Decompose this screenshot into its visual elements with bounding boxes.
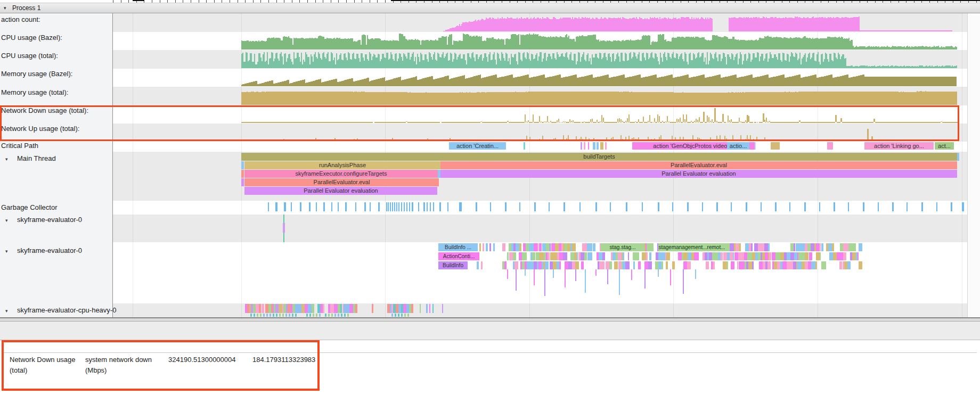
skyframe2-slice[interactable] bbox=[752, 261, 753, 269]
skyframe2-slice[interactable] bbox=[589, 243, 593, 251]
memory-bazel-chart[interactable] bbox=[241, 69, 958, 87]
skyframe2-slice[interactable] bbox=[821, 243, 823, 251]
skyframe2-slice[interactable] bbox=[502, 243, 505, 251]
skyframe2-slice[interactable] bbox=[534, 243, 537, 251]
skyframe2-slice[interactable] bbox=[859, 243, 862, 251]
cell-counter[interactable]: Network Down usage (total) bbox=[10, 355, 80, 376]
skyframe2-slice[interactable] bbox=[628, 252, 629, 260]
skyframe2-slice[interactable] bbox=[666, 252, 670, 260]
skyframe2-slice[interactable] bbox=[848, 243, 853, 251]
cpu-bazel-chart[interactable] bbox=[241, 32, 958, 50]
skyframe2-slice[interactable] bbox=[723, 252, 727, 260]
skyframe2-slice[interactable] bbox=[764, 243, 768, 251]
cpu-heavy-slice[interactable] bbox=[308, 304, 312, 313]
skyframe2-slice[interactable] bbox=[809, 252, 812, 260]
skyframe2-slice[interactable] bbox=[553, 252, 557, 260]
track-label-skyframe-evaluator-0[interactable]: ▾skyframe-evaluator-0 bbox=[1, 216, 82, 224]
skyframe2-slice[interactable] bbox=[828, 243, 832, 251]
skyframe2-slice[interactable] bbox=[509, 252, 513, 260]
skyframe2-slice[interactable] bbox=[649, 252, 651, 260]
skyframe2-slice[interactable] bbox=[581, 252, 584, 260]
skyframe2-slice[interactable] bbox=[843, 252, 847, 260]
skyframe2-slice[interactable] bbox=[542, 243, 546, 251]
skyframe2-slice[interactable] bbox=[638, 261, 641, 269]
skyframe2-slice[interactable] bbox=[801, 243, 805, 251]
skyframe2-slice[interactable] bbox=[565, 252, 567, 260]
skyframe2-slice[interactable] bbox=[559, 261, 561, 269]
critical-path-slice[interactable] bbox=[584, 142, 585, 150]
skyframe2-slice[interactable] bbox=[581, 261, 584, 269]
critical-path-slice[interactable] bbox=[524, 142, 525, 150]
critical-path-slice[interactable] bbox=[581, 142, 582, 150]
skyframe2-slice[interactable] bbox=[599, 252, 602, 260]
skyframe2-slice[interactable] bbox=[820, 252, 821, 260]
skyframe2-slice[interactable] bbox=[493, 243, 495, 251]
main-thread-bar-runanalysisphase[interactable]: runAnalysisPhase bbox=[244, 161, 440, 169]
skyframe2-slice[interactable] bbox=[527, 261, 530, 269]
skyframe2-slice[interactable] bbox=[858, 252, 859, 260]
skyframe2-slice[interactable] bbox=[748, 261, 753, 269]
cpu-heavy-slice[interactable] bbox=[432, 304, 434, 313]
skyframe2-slice[interactable] bbox=[739, 243, 741, 251]
collapse-arrow-icon[interactable]: ▾ bbox=[1, 157, 17, 162]
critical-path-slice[interactable] bbox=[771, 142, 780, 150]
panel-divider[interactable] bbox=[0, 317, 980, 322]
skyframe2-slice[interactable] bbox=[790, 243, 794, 251]
skyframe2-slice[interactable] bbox=[504, 261, 507, 269]
main-thread-slice[interactable] bbox=[957, 153, 959, 161]
skyframe2-slice[interactable] bbox=[513, 252, 516, 260]
critical-path-slice[interactable] bbox=[593, 142, 595, 150]
skyframe2-slice[interactable] bbox=[593, 243, 596, 251]
cpu-heavy-slice[interactable] bbox=[420, 304, 421, 313]
skyframe2-slice[interactable] bbox=[751, 243, 753, 251]
skyframe2-slice[interactable] bbox=[514, 261, 518, 269]
skyframe2-slice[interactable] bbox=[590, 252, 592, 260]
skyframe2-slice[interactable] bbox=[745, 243, 749, 251]
skyframe2-slice[interactable] bbox=[479, 243, 481, 251]
skyframe2-slice[interactable] bbox=[489, 243, 491, 251]
skyframe2-slice[interactable] bbox=[815, 261, 817, 269]
skyframe2-slice[interactable] bbox=[545, 261, 549, 269]
skyframe2-slice[interactable] bbox=[601, 261, 605, 269]
cell-time[interactable]: 324190.51300000004 bbox=[168, 355, 236, 365]
skyframe2-green-segment[interactable]: stag.stag... bbox=[601, 243, 644, 251]
main-thread-bar-parallel-evaluator-evaluation[interactable]: Parallel Evaluator evaluation bbox=[244, 187, 437, 195]
skyframe2-slice[interactable] bbox=[519, 243, 521, 251]
skyframe2-slice[interactable] bbox=[832, 243, 834, 251]
skyframe2-slice[interactable] bbox=[805, 252, 808, 260]
main-thread-slice[interactable] bbox=[241, 178, 244, 186]
track-label-action-count[interactable]: action count: bbox=[1, 15, 40, 23]
skyframe2-slice[interactable] bbox=[859, 261, 862, 269]
skyframe2-slice[interactable] bbox=[678, 252, 682, 260]
cpu-heavy-slice[interactable] bbox=[275, 304, 279, 313]
main-thread-bar-parallelevaluator-eval[interactable]: ParallelEvaluator.eval bbox=[244, 178, 439, 186]
critical-path-bar-actio-[interactable]: actio... bbox=[727, 142, 749, 150]
critical-path-slice[interactable] bbox=[605, 142, 607, 150]
main-thread-bar-parallelevaluator-eval[interactable]: ParallelEvaluator.eval bbox=[440, 161, 957, 169]
skyframe2-slice[interactable] bbox=[481, 261, 483, 269]
skyframe2-slice[interactable] bbox=[642, 252, 646, 260]
skyframe2-slice[interactable] bbox=[853, 243, 856, 251]
skyframe2-slice[interactable] bbox=[713, 261, 715, 269]
skyframe2-slice[interactable] bbox=[546, 243, 550, 251]
skyframe2-slice[interactable] bbox=[741, 261, 745, 269]
skyframe2-slice[interactable] bbox=[760, 243, 764, 251]
collapse-arrow-icon[interactable]: ▾ bbox=[1, 249, 17, 254]
skyframe2-slice[interactable] bbox=[723, 261, 727, 269]
track-label-skyframe-evaluator-cpu-heavy-0[interactable]: ▾skyframe-evaluator-cpu-heavy-0 bbox=[1, 306, 116, 314]
skyframe2-slice[interactable] bbox=[829, 252, 833, 260]
skyframe2-bar-buildinfo-[interactable]: BuildInfo ... bbox=[438, 243, 478, 251]
skyframe2-slice[interactable] bbox=[811, 261, 815, 269]
cpu-heavy-slice[interactable] bbox=[312, 304, 314, 313]
cpu-heavy-slice[interactable] bbox=[349, 304, 353, 313]
skyframe2-slice[interactable] bbox=[526, 243, 529, 251]
cpu-heavy-slice[interactable] bbox=[323, 304, 324, 313]
skyframe2-slice[interactable] bbox=[483, 243, 484, 251]
main-thread-bar-parallel-evaluator-evaluation[interactable]: Parallel Evaluator evaluation bbox=[440, 170, 957, 178]
skyframe2-bar-actionconti-[interactable]: ActionConti... bbox=[438, 252, 479, 260]
cpu-heavy-slice[interactable] bbox=[411, 304, 413, 313]
cpu-heavy-slice[interactable] bbox=[429, 304, 430, 313]
skyframe2-slice[interactable] bbox=[575, 261, 579, 269]
cpu-heavy-slice[interactable] bbox=[334, 304, 338, 313]
critical-path-slice[interactable] bbox=[827, 142, 833, 150]
